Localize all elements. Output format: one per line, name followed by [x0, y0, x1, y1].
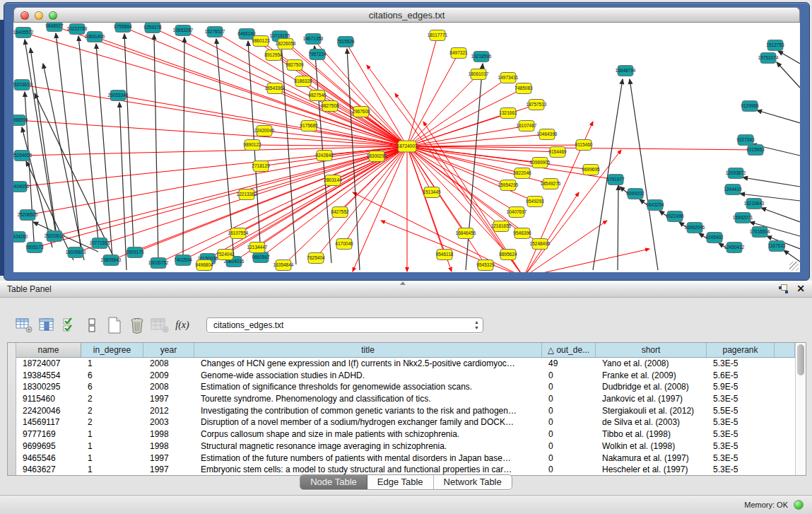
table-cell[interactable]: 5.3E-5: [707, 464, 775, 475]
table-cell[interactable]: 2: [81, 416, 143, 428]
select-all-icon[interactable]: [58, 315, 81, 336]
graph-node[interactable]: 26203619: [13, 80, 33, 90]
function-builder-icon[interactable]: f(x): [171, 315, 194, 336]
table-cell[interactable]: Structural magnetic resonance image aver…: [194, 440, 542, 452]
citation-edge-black[interactable]: [216, 39, 234, 259]
graph-node[interactable]: 10653287: [173, 25, 194, 36]
graph-node[interactable]: 10464398: [537, 129, 558, 140]
table-cell[interactable]: 0: [542, 393, 596, 405]
table-cell[interactable]: 1: [81, 358, 143, 370]
graph-node[interactable]: 9643254: [646, 200, 664, 211]
graph-node[interactable]: 25264655: [13, 151, 33, 161]
graph-node[interactable]: 23805843: [101, 255, 122, 266]
memory-ok-indicator[interactable]: [794, 500, 804, 510]
table-row[interactable]: 2242004622012Investigating the contribut…: [16, 405, 795, 417]
table-cell[interactable]: 5.5E-5: [707, 405, 775, 417]
graph-node[interactable]: 9890122: [243, 140, 261, 151]
graph-node[interactable]: 9496804: [195, 260, 213, 271]
citation-edge-red[interactable]: [257, 146, 407, 247]
graph-node[interactable]: 9545329: [476, 260, 495, 271]
citation-edge-black[interactable]: [25, 40, 56, 235]
graph-node[interactable]: 18757513: [526, 100, 547, 110]
table-cell[interactable]: Hescheler et al. (1997): [596, 464, 707, 475]
graph-hub-node[interactable]: 18724007: [397, 141, 418, 152]
table-cell[interactable]: 49: [542, 358, 596, 370]
graph-node[interactable]: 18061037: [469, 69, 489, 80]
graph-node[interactable]: 16005803: [66, 247, 86, 258]
graph-node[interactable]: 8912954: [264, 50, 283, 61]
table-cell[interactable]: 9777169: [16, 428, 81, 440]
table-cell[interactable]: 5.9E-5: [707, 381, 775, 393]
table-cell[interactable]: 1: [81, 440, 143, 452]
table-panel-header[interactable]: Table Panel ✕: [0, 281, 812, 298]
table-cell[interactable]: Embryonic stem cells: a model to study s…: [194, 464, 542, 475]
graph-node[interactable]: 16026752: [148, 258, 169, 269]
table-cell[interactable]: 5.6E-5: [707, 370, 775, 382]
graph-node[interactable]: 18226058: [276, 39, 296, 49]
citation-edge-black[interactable]: [618, 185, 618, 270]
table-cell[interactable]: 0: [542, 440, 596, 452]
graph-node[interactable]: 9827546: [308, 90, 326, 101]
graph-node[interactable]: 16962096: [685, 223, 705, 233]
graph-node[interactable]: 9509175: [126, 247, 144, 258]
graph-node[interactable]: 9827509: [286, 60, 304, 71]
table-cell[interactable]: 2: [81, 393, 143, 405]
table-cell[interactable]: 0: [542, 405, 596, 417]
graph-node[interactable]: 10407697: [507, 207, 527, 218]
graph-node[interactable]: 10771553: [90, 238, 110, 249]
graph-node[interactable]: 16846456: [456, 228, 476, 239]
table-row[interactable]: 946362711997Embryonic stem cells: a mode…: [16, 464, 795, 475]
graph-node[interactable]: 15248495: [530, 239, 551, 250]
table-cell[interactable]: 1997: [143, 452, 194, 465]
table-cell[interactable]: 22420046: [16, 405, 81, 417]
graph-node[interactable]: 16924260: [13, 232, 28, 243]
table-cell[interactable]: 19384554: [16, 370, 81, 382]
table-cell[interactable]: 5.3E-5: [707, 428, 775, 440]
table-cell[interactable]: 5.3E-5: [707, 393, 775, 405]
graph-node[interactable]: 2803144: [324, 175, 342, 186]
column-header-pagerank[interactable]: pagerank: [707, 343, 775, 357]
graph-node[interactable]: 8922496: [666, 211, 684, 222]
delete-columns-icon[interactable]: [126, 315, 148, 336]
graph-node[interactable]: 14973431: [498, 73, 519, 83]
citation-edge-red[interactable]: [407, 146, 508, 255]
table-select-dropdown[interactable]: citations_edges.txt ▲▼: [206, 317, 483, 333]
graph-node[interactable]: 8099202: [626, 189, 645, 199]
graph-node[interactable]: 6791977: [606, 175, 625, 185]
table-cell[interactable]: 1998: [143, 428, 194, 440]
table-cell[interactable]: Dudbridge et al. (2008): [596, 381, 707, 393]
table-cell[interactable]: Wolkin et al. (1998): [596, 440, 707, 452]
graph-node[interactable]: 9546118: [436, 250, 454, 260]
graph-node[interactable]: 2967608: [352, 107, 370, 117]
graph-node[interactable]: 9242848: [315, 151, 334, 161]
citation-edge-red[interactable]: [407, 145, 584, 146]
table-mode-icon[interactable]: [13, 315, 35, 336]
table-cell[interactable]: 2008: [143, 358, 194, 370]
graph-node[interactable]: 7957224: [308, 49, 326, 60]
graph-node[interactable]: 16107487: [517, 121, 537, 132]
graph-node[interactable]: 9227343: [736, 135, 755, 146]
graph-node[interactable]: 12161655: [491, 221, 512, 232]
graph-node[interactable]: 25203619: [45, 231, 65, 242]
table-row[interactable]: 969969511998Structural magnetic resonanc…: [16, 440, 795, 452]
column-header-name[interactable]: name: [16, 343, 81, 357]
graph-node[interactable]: 9648927: [45, 23, 64, 32]
table-cell[interactable]: 1998: [143, 440, 194, 452]
resize-grip[interactable]: [789, 262, 799, 271]
network-window-titlebar[interactable]: citations_edges.txt: [13, 7, 800, 23]
citation-edge-red[interactable]: [295, 65, 407, 146]
table-cell[interactable]: Corpus callosum shape and size in male p…: [194, 428, 542, 440]
tab-node-table[interactable]: Node Table: [300, 475, 367, 489]
table-cell[interactable]: Tourette syndrome. Phenomenology and cla…: [194, 393, 542, 405]
table-cell[interactable]: 6: [81, 370, 143, 382]
citation-edge-black[interactable]: [757, 110, 800, 123]
graph-node[interactable]: 7485083: [514, 83, 533, 94]
table-cell[interactable]: Changes of HCN gene expression and I(f) …: [194, 358, 542, 370]
graph-node[interactable]: 1321661: [499, 108, 517, 119]
table-cell[interactable]: 18724007: [16, 358, 81, 370]
graph-node[interactable]: 17016504: [750, 227, 770, 238]
citation-edge-red[interactable]: [407, 74, 478, 146]
graph-node[interactable]: 9549293: [526, 197, 544, 207]
table-cell[interactable]: 9699695: [16, 440, 81, 452]
graph-node[interactable]: 10969905: [530, 158, 551, 168]
